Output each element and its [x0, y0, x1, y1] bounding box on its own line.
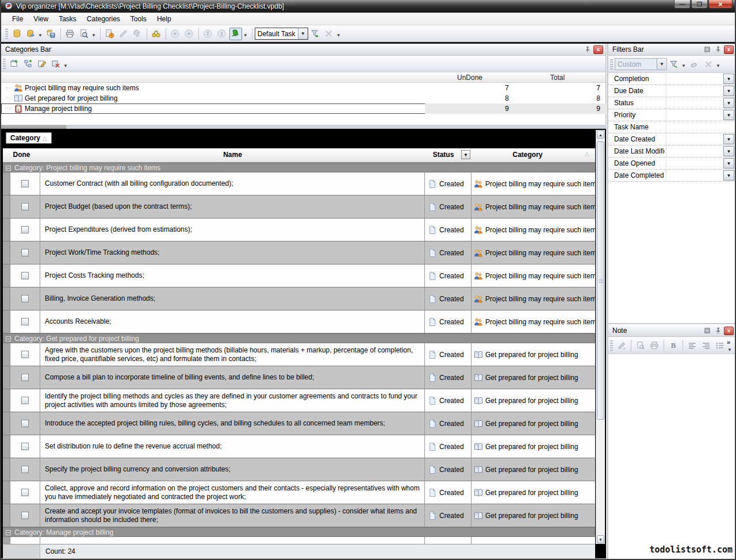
move-down-button[interactable] — [169, 28, 182, 40]
filter-row-priority[interactable]: Priority▼ — [608, 109, 736, 121]
edit-note-button[interactable] — [615, 339, 628, 352]
group-header[interactable]: Category: Manage project billing — [3, 527, 595, 537]
filter-value-cell[interactable] — [666, 73, 722, 85]
task-row[interactable]: Customer Contract (with all billing conf… — [3, 172, 595, 195]
collapse-icon[interactable] — [6, 530, 11, 535]
task-row[interactable]: Project Work/Time Tracking methods;Creat… — [3, 241, 595, 264]
filter-row-due-date[interactable]: Due Date▼ — [608, 85, 736, 97]
minimize-button[interactable]: — — [674, 0, 691, 9]
default-task-dropdown-button[interactable]: ▼ — [298, 28, 308, 39]
note-content[interactable]: todolistsoft.com — [608, 354, 736, 559]
apply-template-button[interactable] — [309, 28, 321, 40]
task-done-checkbox[interactable] — [21, 180, 29, 187]
pin-icon[interactable] — [713, 327, 723, 335]
task-done-checkbox[interactable] — [21, 226, 29, 233]
align-left-button[interactable] — [686, 339, 699, 352]
filter-row-date-opened[interactable]: Date Opened▼ — [608, 158, 736, 170]
collapse-icon[interactable] — [6, 166, 11, 171]
task-row[interactable]: Create and accept your invoice templates… — [3, 504, 595, 527]
open-database-dropdown-arrow[interactable]: ▼ — [37, 29, 44, 38]
filter-dropdown-button[interactable]: ▼ — [723, 110, 734, 120]
filter-row-completion[interactable]: Completion▼ — [608, 73, 736, 85]
remove-filter-button[interactable] — [702, 58, 715, 71]
new-database-button[interactable] — [10, 28, 23, 40]
task-done-checkbox[interactable] — [21, 351, 29, 358]
categories-bar-close-button[interactable]: x — [593, 45, 603, 54]
filter-preset-dropdown-button[interactable]: ▼ — [657, 59, 666, 70]
note-print-button[interactable] — [648, 339, 661, 352]
group-by-chip-category[interactable]: Category△ — [6, 132, 52, 144]
filter-value-cell[interactable] — [666, 109, 722, 121]
print-preview-dropdown-arrow[interactable]: ▼ — [91, 29, 98, 38]
task-row[interactable]: Project Costs Tracking methods;CreatedPr… — [3, 264, 595, 287]
menu-tools[interactable]: Tools — [125, 13, 152, 25]
task-row[interactable]: Project Budget (based upon the contract … — [3, 195, 595, 218]
categories-horizontal-scrollbar[interactable] — [1, 125, 606, 129]
task-done-checkbox[interactable] — [21, 272, 29, 279]
menu-categories[interactable]: Categories — [82, 13, 125, 25]
filter-preset-combobox[interactable]: Custom ▼ — [615, 58, 667, 70]
note-toolbar-overflow-chevron[interactable]: »▼ — [727, 339, 734, 352]
menu-tasks[interactable]: Tasks — [53, 13, 82, 25]
filter-dropdown-button[interactable]: ▼ — [723, 134, 734, 144]
scrollbar-thumb[interactable] — [1, 125, 66, 129]
filter-dropdown-button[interactable]: ▼ — [723, 146, 734, 156]
bold-button[interactable]: B — [667, 339, 680, 352]
pin-icon[interactable] — [713, 45, 723, 54]
grid-vertical-scrollbar[interactable]: ▲ ▼ — [596, 130, 605, 544]
menu-help[interactable]: Help — [152, 13, 177, 25]
delete-task-button[interactable] — [131, 28, 144, 40]
undone-column-header[interactable]: UnDone — [427, 74, 513, 82]
task-row[interactable]: Identify the project billing methods and… — [3, 389, 595, 412]
close-button[interactable]: ✕ — [708, 0, 733, 9]
group-header[interactable]: Category: Get prepared for project billi… — [3, 333, 595, 343]
new-subcategory-button[interactable] — [22, 57, 34, 70]
save-database-button[interactable] — [45, 28, 57, 40]
task-done-checkbox[interactable] — [21, 203, 29, 210]
task-done-checkbox[interactable] — [21, 318, 29, 325]
name-column-header[interactable]: Name — [40, 151, 425, 159]
done-column-header[interactable]: Done — [3, 151, 40, 159]
task-done-checkbox[interactable] — [21, 397, 29, 404]
clear-filter-button[interactable] — [688, 58, 701, 71]
filters-toolbar-overflow-arrow[interactable]: ▼ — [715, 60, 722, 68]
menu-view[interactable]: View — [28, 13, 53, 25]
task-done-checkbox[interactable] — [21, 489, 29, 496]
note-preview-button[interactable] — [634, 339, 647, 352]
task-done-checkbox[interactable] — [21, 512, 29, 519]
task-row[interactable]: Accounts Receivable;CreatedProject billi… — [3, 310, 595, 333]
category-list-item[interactable]: Get prepared for project billing88 — [1, 93, 605, 103]
task-row[interactable]: Billing, Invoice Generation methods;Crea… — [3, 287, 595, 310]
task-row[interactable]: Compose a bill plan to incorporate timel… — [3, 366, 595, 389]
filter-row-task-name[interactable]: Task Name — [608, 121, 736, 133]
note-close-button[interactable]: x — [724, 327, 734, 335]
filter-value-cell[interactable] — [666, 145, 722, 157]
apply-filter-dropdown-arrow[interactable]: ▼ — [681, 60, 688, 68]
task-done-checkbox[interactable] — [21, 374, 29, 381]
new-task-button[interactable] — [103, 28, 116, 40]
filters-bar-close-button[interactable]: x — [724, 45, 734, 54]
filter-value-cell[interactable] — [666, 121, 722, 133]
filter-dropdown-button[interactable]: ▼ — [723, 158, 734, 168]
task-row[interactable]: Agree with the customers upon the projec… — [3, 343, 595, 366]
filter-value-cell[interactable] — [666, 170, 722, 181]
scrollbar-thumb[interactable] — [597, 141, 604, 420]
filter-row-status[interactable]: Status▼ — [608, 97, 736, 109]
apply-filter-button[interactable] — [668, 58, 680, 71]
print-button[interactable] — [64, 28, 76, 40]
edit-category-button[interactable] — [36, 57, 48, 70]
menu-file[interactable]: File — [7, 13, 28, 25]
filter-dropdown-button[interactable]: ▼ — [723, 86, 734, 96]
task-done-checkbox[interactable] — [21, 443, 29, 450]
task-row[interactable]: Set distribution rule to define the reve… — [3, 435, 595, 458]
open-database-button[interactable] — [24, 28, 37, 40]
filter-row-date-completed[interactable]: Date Completed▼ — [608, 170, 736, 182]
restore-button[interactable]: ❐ — [691, 0, 708, 9]
bullet-list-button[interactable] — [714, 339, 726, 352]
edit-task-button[interactable] — [117, 28, 130, 40]
task-row[interactable]: Collect, approve and record information … — [3, 481, 595, 504]
notifications-dropdown-arrow[interactable]: ▼ — [243, 29, 250, 38]
filter-value-cell[interactable] — [666, 97, 722, 109]
move-top-button[interactable] — [216, 28, 228, 40]
status-column-header[interactable]: Status — [427, 151, 459, 159]
